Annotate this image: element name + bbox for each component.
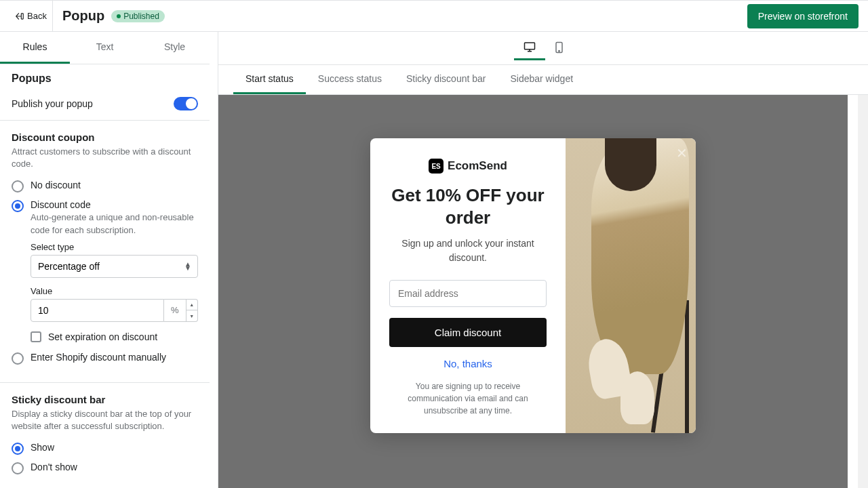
brand-icon: ES: [429, 159, 443, 174]
popup-sub: Sign up and unlock your instant discount…: [389, 237, 547, 265]
tab-sidebar-widget[interactable]: Sidebar widget: [498, 65, 585, 94]
tab-rules[interactable]: Rules: [0, 32, 70, 64]
select-type-label: Select type: [31, 242, 198, 252]
section-sticky: Sticky discount bar Display a sticky dis…: [0, 383, 210, 488]
preview-scrollbar[interactable]: [858, 95, 868, 488]
topbar: Back Popup Published Preview on storefro…: [0, 1, 868, 32]
radio-sticky-show[interactable]: Show: [12, 442, 198, 455]
discount-title: Discount coupon: [12, 131, 198, 143]
preview-canvas: ES EcomSend Get 10% OFF your order Sign …: [218, 95, 848, 488]
sidebar: Rules Text Style Popups Publish your pop…: [0, 32, 218, 488]
popup-brand: ES EcomSend: [429, 159, 507, 174]
desktop-icon: [524, 41, 536, 52]
sticky-title: Sticky discount bar: [12, 394, 198, 405]
svg-rect-1: [524, 43, 534, 49]
popups-header: Popups: [0, 64, 210, 87]
device-desktop-tab[interactable]: [514, 36, 545, 60]
radio-discount-code[interactable]: Discount code Auto-generate a unique and…: [12, 199, 198, 236]
radio-manual-discount[interactable]: Enter Shopify discount manually: [12, 352, 198, 365]
claim-discount-button[interactable]: Claim discount: [389, 318, 547, 347]
popup-email-input[interactable]: [389, 280, 547, 307]
popup-disclaimer: You are signing up to receive communicat…: [389, 380, 547, 417]
tab-success-status[interactable]: Success status: [306, 65, 394, 94]
tab-text[interactable]: Text: [70, 32, 140, 64]
tab-start-status[interactable]: Start status: [233, 65, 306, 94]
tab-style[interactable]: Style: [140, 32, 210, 64]
no-thanks-link[interactable]: No, thanks: [443, 358, 492, 369]
side-tabs: Rules Text Style: [0, 32, 210, 64]
publish-toggle[interactable]: [174, 97, 198, 110]
value-label: Value: [31, 286, 198, 296]
radio-sticky-hide[interactable]: Don't show: [12, 462, 198, 474]
tab-sticky-bar[interactable]: Sticky discount bar: [394, 65, 498, 94]
status-badge: Published: [111, 10, 165, 22]
select-type[interactable]: Percentage off: [31, 255, 198, 278]
svg-point-3: [558, 51, 559, 52]
popup-preview: ES EcomSend Get 10% OFF your order Sign …: [370, 138, 696, 433]
expiration-checkbox[interactable]: [31, 331, 41, 342]
expiration-checkbox-row[interactable]: Set expiration on discount: [31, 331, 198, 342]
preview-storefront-button[interactable]: Preview on storefront: [747, 4, 859, 28]
mobile-icon: [555, 41, 564, 54]
value-suffix: %: [164, 299, 186, 322]
section-discount: Discount coupon Attract customers to sub…: [0, 121, 210, 383]
close-icon[interactable]: ✕: [676, 145, 688, 161]
publish-label: Publish your popup: [12, 98, 93, 109]
svg-rect-0: [21, 13, 23, 18]
back-icon: [15, 12, 24, 21]
back-label: Back: [27, 11, 47, 21]
popup-headline: Get 10% OFF your order: [389, 184, 547, 228]
page-title: Popup: [62, 8, 104, 24]
sticky-sub: Display a sticky discount bar at the top…: [12, 408, 198, 432]
preview-area: Start status Success status Sticky disco…: [218, 32, 868, 488]
value-stepper[interactable]: ▲▼: [186, 299, 198, 322]
device-mobile-tab[interactable]: [545, 36, 573, 60]
popup-image: ✕: [566, 138, 696, 433]
discount-sub: Attract customers to subscribe with a di…: [12, 146, 198, 170]
back-button[interactable]: Back: [9, 1, 53, 32]
radio-no-discount[interactable]: No discount: [12, 180, 198, 192]
value-input[interactable]: [31, 299, 164, 322]
